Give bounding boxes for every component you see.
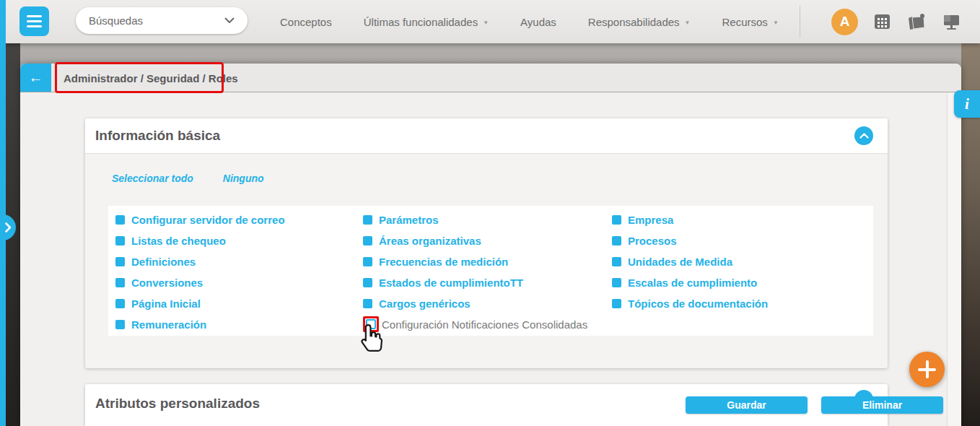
menu-item-ayudas[interactable]: Ayudas	[520, 16, 556, 28]
user-avatar[interactable]: A	[831, 9, 858, 35]
info-tab-label: i	[965, 95, 969, 113]
section-basic-header: Información básica	[85, 118, 888, 154]
permission-item-remuneracion[interactable]: Remuneración	[115, 317, 285, 331]
permission-item-cargos-genericos[interactable]: Cargos genéricos	[363, 296, 587, 310]
permission-label: Áreas organizativas	[379, 235, 481, 247]
top-navbar: Búsquedas ConceptosÚltimas funcionalidad…	[0, 0, 980, 43]
menu-item-recursos[interactable]: Recursos▼	[722, 16, 779, 28]
section-basic-title: Información básica	[95, 128, 220, 144]
permission-label: Configuración Notificaciones Consolidada…	[382, 318, 587, 331]
background-photo-left	[6, 0, 20, 426]
caret-down-icon: ▼	[483, 19, 489, 26]
permission-item-parametros[interactable]: Parámetros	[363, 212, 587, 227]
select-all-link[interactable]: Seleccionar todo	[112, 173, 193, 184]
section-basic-info: Información básica Seleccionar todo Ning…	[85, 118, 888, 368]
checkbox-checked-icon[interactable]	[115, 215, 125, 225]
menu-item-label: Recursos	[722, 16, 768, 28]
navbar-right-cluster: A	[831, 0, 961, 43]
chevron-up-icon	[859, 133, 869, 139]
permission-item-areas-organizativas[interactable]: Áreas organizativas	[363, 233, 587, 248]
permission-item-procesos[interactable]: Procesos	[612, 233, 768, 248]
chevron-right-icon	[5, 222, 12, 232]
menu-item-conceptos[interactable]: Conceptos	[280, 16, 332, 28]
checkbox-checked-icon[interactable]	[115, 299, 125, 308]
permission-item-unidades-de-medida[interactable]: Unidades de Medida	[612, 254, 768, 269]
permission-label: Página Inicial	[131, 297, 201, 310]
checkbox-checked-icon[interactable]	[612, 236, 621, 245]
checkbox-checked-icon[interactable]	[363, 299, 372, 308]
checkbox-checked-icon[interactable]	[363, 278, 372, 287]
scrollbar-track[interactable]	[947, 93, 961, 426]
permissions-column-1: Configurar servidor de correoListas de c…	[115, 212, 285, 338]
permission-label: Empresa	[628, 214, 673, 226]
checkbox-checked-icon[interactable]	[115, 320, 125, 329]
permission-label: Tópicos de documentación	[628, 297, 768, 310]
navbar-divider	[800, 6, 800, 38]
menu-item-responsabilidades[interactable]: Responsabilidades▼	[588, 16, 691, 28]
annotation-box-checkbox	[363, 316, 379, 332]
permissions-column-3: EmpresaProcesosUnidades de MedidaEscalas…	[612, 212, 768, 317]
navbar-menu: ConceptosÚltimas funcionalidades▼AyudasR…	[280, 0, 779, 43]
left-accent-strip	[0, 0, 6, 426]
permission-item-pagina-inicial[interactable]: Página Inicial	[115, 296, 285, 310]
collapse-section-button[interactable]	[854, 126, 873, 145]
calendar-icon[interactable]	[873, 12, 891, 31]
permission-label: Cargos genéricos	[379, 297, 471, 310]
screen-icon[interactable]	[942, 12, 961, 31]
permission-item-frecuencias-de-medicion[interactable]: Frecuencias de medición	[363, 254, 587, 269]
menu-item-label: Últimas funcionalidades	[364, 16, 478, 28]
checkbox-checked-icon[interactable]	[115, 257, 125, 266]
permission-item-topicos-de-documentacion[interactable]: Tópicos de documentación	[612, 296, 768, 310]
menu-item-label: Ayudas	[520, 16, 556, 28]
selection-links: Seleccionar todo Ninguno	[112, 173, 264, 184]
search-type-value: Búsquedas	[89, 14, 224, 27]
search-type-select[interactable]: Búsquedas	[76, 7, 248, 34]
permission-item-configuracion-notificaciones-consolidadas[interactable]: Configuración Notificaciones Consolidada…	[363, 317, 587, 331]
permission-label: Definiciones	[131, 256, 196, 268]
caret-down-icon: ▼	[685, 19, 691, 26]
checkbox-checked-icon[interactable]	[363, 215, 372, 225]
notes-icon[interactable]	[906, 12, 927, 31]
avatar-initial: A	[840, 14, 850, 30]
info-tab-button[interactable]: i	[954, 90, 980, 118]
permission-label: Unidades de Medida	[628, 256, 732, 268]
select-none-link[interactable]: Ninguno	[223, 173, 264, 184]
permission-label: Escalas de cumplimiento	[628, 277, 757, 289]
permission-label: Configurar servidor de correo	[131, 214, 285, 226]
checkbox-checked-icon[interactable]	[363, 236, 372, 245]
checkbox-checked-icon[interactable]	[115, 236, 125, 245]
checkbox-checked-icon[interactable]	[612, 215, 621, 225]
app-screen: Búsquedas ConceptosÚltimas funcionalidad…	[0, 0, 980, 426]
checkbox-checked-icon[interactable]	[115, 278, 125, 287]
background-photo-right	[961, 0, 980, 426]
menu-item-label: Responsabilidades	[588, 16, 680, 28]
permission-label: Estados de cumplimientoTT	[379, 277, 523, 289]
permission-item-empresa[interactable]: Empresa	[612, 212, 768, 227]
permission-item-escalas-de-cumplimiento[interactable]: Escalas de cumplimiento	[612, 275, 768, 290]
checkbox-checked-icon[interactable]	[612, 257, 621, 266]
delete-button[interactable]: Eliminar	[821, 396, 943, 414]
caret-down-icon: ▼	[773, 19, 779, 26]
add-button-fab[interactable]	[909, 352, 945, 387]
permission-label: Conversiones	[131, 277, 203, 289]
hamburger-menu-button[interactable]	[19, 6, 49, 36]
checkbox-checked-icon[interactable]	[612, 278, 621, 287]
back-button[interactable]: ←	[20, 64, 51, 92]
permissions-panel: Configurar servidor de correoListas de c…	[108, 206, 873, 336]
menu-item-label: Conceptos	[280, 16, 332, 28]
permission-label: Procesos	[628, 235, 677, 247]
menu-item-ultimas-funcionalidades[interactable]: Últimas funcionalidades▼	[364, 16, 489, 28]
chevron-down-icon	[224, 17, 235, 24]
permission-item-definiciones[interactable]: Definiciones	[115, 254, 285, 269]
permission-label: Listas de chequeo	[131, 235, 226, 247]
checkbox-checked-icon[interactable]	[363, 257, 372, 266]
permission-item-configurar-servidor-de-correo[interactable]: Configurar servidor de correo	[115, 212, 285, 227]
checkbox-checked-icon[interactable]	[612, 299, 621, 308]
permission-item-estados-de-cumplimientott[interactable]: Estados de cumplimientoTT	[363, 275, 587, 290]
breadcrumb: Administrador / Seguridad / Roles	[64, 72, 238, 84]
checkbox-unchecked-icon[interactable]	[366, 319, 376, 329]
permission-item-conversiones[interactable]: Conversiones	[115, 275, 285, 290]
permission-label: Parámetros	[379, 214, 439, 226]
permission-item-listas-de-chequeo[interactable]: Listas de chequeo	[115, 233, 285, 248]
save-button[interactable]: Guardar	[686, 396, 808, 414]
